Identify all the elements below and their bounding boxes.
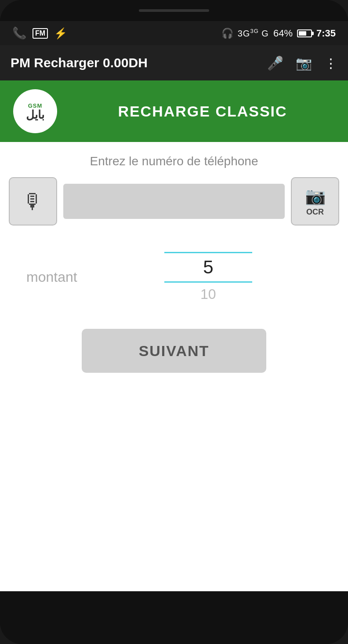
speaker-grill <box>139 9 209 12</box>
amount-picker[interactable]: 5 10 <box>95 252 322 302</box>
network-indicator: 3G3G G <box>238 28 269 39</box>
montant-label: montant <box>26 269 77 285</box>
main-content: Entrez le numéro de téléphone 🎙 📷 OCR mo… <box>0 142 348 591</box>
phone-top-bar <box>0 0 348 21</box>
ocr-camera-icon: 📷 <box>305 186 326 206</box>
app-bar-icons: 🎤 📷 ⋮ <box>267 55 337 71</box>
amount-line-bottom <box>164 281 252 283</box>
recharge-classic-title: RECHARGE CLASSIC <box>70 103 335 120</box>
usb-icon: ⚡ <box>54 27 67 40</box>
phone-number-input[interactable] <box>63 184 285 219</box>
input-row: 🎙 📷 OCR <box>0 177 348 226</box>
amount-section: montant 5 10 <box>0 243 348 307</box>
green-header: GSM بايل RECHARGE CLASSIC <box>0 80 348 142</box>
amount-line-top <box>164 252 252 253</box>
mic-input-button[interactable]: 🎙 <box>9 177 57 226</box>
battery-icon <box>297 29 312 37</box>
headphone-icon: 🎧 <box>221 28 233 39</box>
gsm-logo: GSM بايل <box>13 89 57 133</box>
mic-button-appbar[interactable]: 🎤 <box>267 55 283 71</box>
app-bar: PM Recharger 0.00DH 🎤 📷 ⋮ <box>0 45 348 80</box>
status-bar: 📞 FM ⚡ 🎧 3G3G G 64% 7:35 <box>0 21 348 45</box>
phone-number-label: Entrez le numéro de téléphone <box>0 142 348 177</box>
ocr-button[interactable]: 📷 OCR <box>291 177 339 226</box>
viber-icon: 📞 <box>12 26 26 40</box>
mic-icon: 🎙 <box>22 189 44 214</box>
fm-icon: FM <box>33 28 48 39</box>
phone-bottom-bar <box>0 591 348 644</box>
camera-button-appbar[interactable]: 📷 <box>296 55 312 71</box>
suivant-label: SUIVANT <box>139 342 210 360</box>
status-left: 📞 FM ⚡ <box>12 26 67 40</box>
status-right: 🎧 3G3G G 64% 7:35 <box>221 28 336 39</box>
time-display: 7:35 <box>316 28 336 39</box>
amount-selected-value: 5 <box>203 257 213 278</box>
suivant-button[interactable]: SUIVANT <box>82 329 266 373</box>
battery-percent: 64% <box>273 28 293 39</box>
ocr-label: OCR <box>306 207 324 217</box>
amount-next-value: 10 <box>200 286 216 302</box>
logo-arabic-text: بايل <box>26 109 44 120</box>
more-options-button[interactable]: ⋮ <box>324 55 337 71</box>
phone-frame: 📞 FM ⚡ 🎧 3G3G G 64% 7:35 PM Recharger 0.… <box>0 0 348 644</box>
app-title: PM Recharger 0.00DH <box>11 55 258 70</box>
